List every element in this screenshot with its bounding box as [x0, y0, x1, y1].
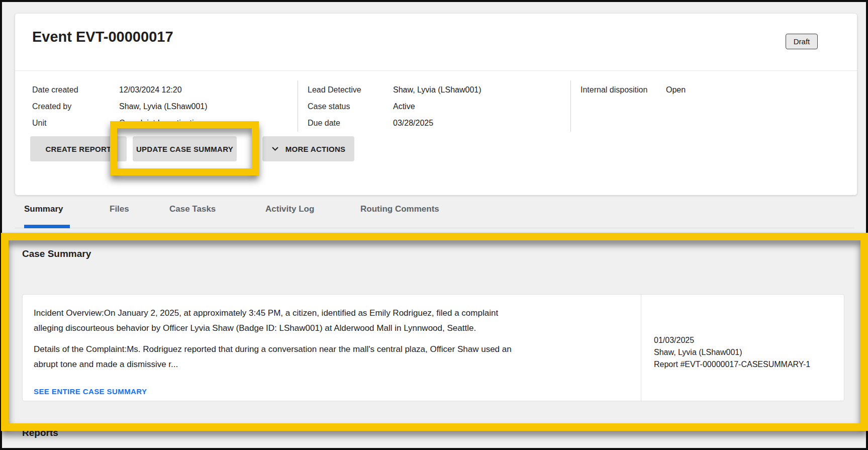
meta-label-created-by: Created by [32, 102, 71, 111]
meta-value-due-date: 03/28/2025 [393, 119, 433, 128]
create-report-button[interactable]: CREATE REPORT [30, 136, 127, 161]
meta-value-created-by: Shaw, Lyvia (LShaw001) [119, 102, 208, 111]
tab-activity-log[interactable]: Activity Log [265, 204, 314, 214]
meta-divider-2 [570, 80, 571, 132]
meta-label-unit: Unit [32, 119, 46, 128]
case-summary-line: Incident Overview:On January 2, 2025, at… [34, 306, 621, 321]
case-summary-line: abrupt tone and made a dismissive r... [34, 357, 621, 372]
header-divider [15, 70, 857, 71]
more-actions-label: MORE ACTIONS [285, 145, 346, 153]
see-entire-case-summary-link[interactable]: SEE ENTIRE CASE SUMMARY [34, 387, 147, 396]
meta-divider-1 [298, 80, 298, 132]
meta-value-unit: Complaint Investigations [119, 119, 207, 128]
case-summary-paragraph: Details of the Complaint:Ms. Rodriguez r… [34, 342, 621, 372]
tab-case-tasks[interactable]: Case Tasks [169, 204, 216, 214]
case-summary-meta-pane: 01/03/2025 Shaw, Lyvia (LShaw001) Report… [641, 295, 844, 401]
meta-value-date-created: 12/03/2024 12:20 [119, 85, 182, 95]
case-summary-paragraph: Incident Overview:On January 2, 2025, at… [34, 306, 621, 336]
meta-value-internal-disposition: Open [666, 85, 686, 95]
event-detail-page: Event EVT-00000017 Draft Date created 12… [0, 0, 868, 450]
case-summary-card: Incident Overview:On January 2, 2025, at… [22, 294, 844, 401]
event-header-card: Event EVT-00000017 Draft Date created 12… [15, 14, 857, 195]
tab-files[interactable]: Files [110, 204, 129, 214]
update-case-summary-button[interactable]: UPDATE CASE SUMMARY [133, 136, 237, 161]
meta-value-lead-detective: Shaw, Lyvia (LShaw001) [393, 85, 481, 95]
case-summary-line: alleging discourteous behavior by Office… [34, 321, 621, 336]
meta-value-case-status: Active [393, 102, 415, 111]
meta-label-date-created: Date created [32, 85, 78, 95]
active-tab-underline [24, 225, 70, 228]
chevron-down-icon [271, 146, 279, 151]
meta-label-lead-detective: Lead Detective [308, 85, 361, 95]
tab-routing-comments[interactable]: Routing Comments [360, 204, 439, 214]
case-summary-heading: Case Summary [22, 248, 91, 259]
case-summary-date: 01/03/2025 [654, 334, 839, 346]
case-summary-author: Shaw, Lyvia (LShaw001) [654, 346, 839, 358]
case-summary-line: Details of the Complaint:Ms. Rodriguez r… [34, 342, 621, 357]
meta-label-due-date: Due date [308, 119, 340, 128]
meta-label-internal-disposition: Internal disposition [581, 85, 647, 95]
page-title: Event EVT-00000017 [32, 29, 173, 45]
tab-bar-divider [15, 228, 854, 228]
more-actions-button[interactable]: MORE ACTIONS [262, 136, 354, 161]
reports-heading: Reports [22, 427, 58, 438]
tab-summary[interactable]: Summary [24, 204, 63, 214]
status-badge: Draft [786, 34, 818, 49]
meta-label-case-status: Case status [308, 102, 350, 111]
case-summary-text-pane: Incident Overview:On January 2, 2025, at… [23, 295, 641, 401]
case-summary-report-link[interactable]: Report #EVT-00000017-CASESUMMARY-1 [654, 358, 839, 371]
